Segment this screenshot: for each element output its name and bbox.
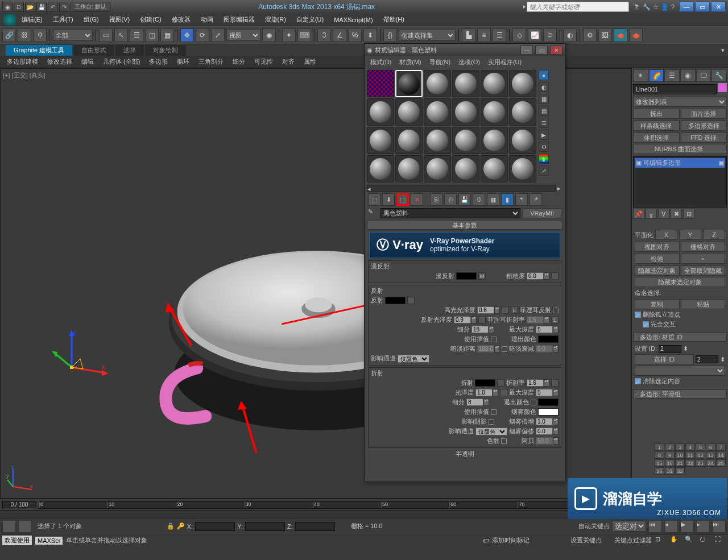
input-x[interactable] (195, 522, 235, 531)
sample-slot[interactable] (452, 127, 479, 154)
redo-icon[interactable]: ↷ (59, 2, 69, 12)
unique-icon[interactable]: ∀ (658, 209, 669, 219)
stack-item-editpoly[interactable]: ▣可编辑多边形▣ (635, 158, 725, 168)
make-copy-icon[interactable]: ⎘ (430, 193, 442, 206)
transform-gizmo[interactable]: z x (52, 330, 109, 387)
menu-modifiers[interactable]: 修改器 (167, 14, 195, 25)
sample-slot-selected[interactable] (395, 70, 423, 97)
fresnelior-lock[interactable]: L (551, 316, 559, 323)
maxview-icon[interactable]: ⛶ (714, 536, 726, 546)
sg-btn[interactable]: 31 (665, 467, 675, 475)
sg-btn[interactable]: 1 (655, 443, 664, 451)
sample-slot[interactable] (509, 127, 536, 154)
options-icon[interactable]: ⚙ (539, 142, 549, 152)
sample-slot[interactable] (424, 155, 451, 182)
sample-slot[interactable] (452, 70, 479, 97)
sg-btn[interactable]: 32 (675, 467, 685, 475)
btn-selid[interactable]: 选择 ID (635, 354, 694, 364)
mirror-icon[interactable]: ▙ (462, 28, 475, 42)
sample-slot[interactable] (424, 98, 451, 126)
app-menu-icon[interactable]: ◉ (2, 2, 13, 12)
select-region-icon[interactable]: ◫ (145, 28, 159, 42)
percent-snap-icon[interactable]: % (348, 28, 362, 42)
lock-icon[interactable]: 🔒 (167, 522, 175, 530)
sample-slot[interactable] (452, 98, 479, 126)
roughness-map-button[interactable] (551, 272, 559, 280)
select-icon[interactable]: ▭ (99, 28, 113, 42)
sample-slot[interactable] (509, 70, 536, 97)
sg-btn[interactable]: 14 (716, 451, 726, 459)
pick-material-icon[interactable]: ✎ (368, 208, 378, 218)
spinner-icon[interactable]: ▴▾ (489, 326, 494, 333)
sg-btn[interactable]: 21 (675, 459, 685, 467)
reference-coord[interactable]: 视图 (226, 30, 260, 41)
sample-slot[interactable] (481, 127, 508, 154)
spinner-icon[interactable]: ▴▾ (553, 437, 559, 445)
ribbon-modifysel[interactable]: 修改选择 (44, 56, 76, 67)
sel-refr-affect[interactable]: 仅颜色 (475, 428, 507, 435)
pin-stack-icon[interactable]: 📌 (633, 209, 644, 219)
sample-slot[interactable] (481, 70, 508, 97)
sg-btn[interactable]: 16 (665, 459, 675, 467)
reflgloss-map[interactable] (478, 316, 486, 323)
sg-btn[interactable]: 10 (675, 451, 685, 459)
manipulate-icon[interactable]: ✦ (282, 28, 296, 42)
input-hlgloss[interactable] (477, 306, 494, 314)
minimize-button[interactable]: — (679, 2, 694, 12)
sg-btn[interactable]: 24 (706, 459, 715, 467)
sample-slot[interactable] (424, 127, 451, 154)
input-fogmult[interactable] (536, 418, 553, 425)
key-icon[interactable]: 🔑 (177, 522, 185, 530)
utilities-tab-icon[interactable]: 🔧 (712, 69, 727, 82)
configure-icon[interactable]: ⊞ (683, 209, 694, 219)
signin-icon[interactable]: 👤 (661, 3, 669, 11)
spinner-icon[interactable]: ▴▾ (494, 345, 500, 352)
sg-btn[interactable]: 5 (696, 443, 705, 451)
create-tab-icon[interactable]: ✶ (633, 69, 648, 82)
sample-slot[interactable] (424, 70, 451, 97)
spinner-icon[interactable]: ▴▾ (471, 316, 477, 323)
scale-icon[interactable]: ⤢ (211, 28, 225, 42)
layers-icon[interactable]: ☰ (493, 28, 506, 42)
help-search-input[interactable] (527, 2, 629, 12)
btn-ffdsel[interactable]: FFD 选择 (681, 132, 727, 143)
input-setid[interactable] (659, 345, 681, 353)
addtime-label[interactable]: 添加时间标记 (492, 536, 530, 545)
menu-customize[interactable]: 自定义(U) (292, 14, 328, 25)
material-type-button[interactable]: VRayMtl (523, 208, 561, 218)
spinner-icon[interactable]: ▴▾ (544, 316, 549, 323)
input-ior[interactable] (527, 379, 544, 387)
chk-refr-interp[interactable] (491, 409, 497, 415)
show-in-vp-icon[interactable]: ▦ (487, 193, 499, 206)
spinner-icon[interactable]: ▴▾ (544, 272, 549, 280)
input-refr-subdiv[interactable] (466, 399, 483, 406)
dialog-titlebar[interactable]: ◉ 材质编辑器 - 黑色塑料 — ▭ ✕ (365, 44, 565, 56)
named-selection-set[interactable]: 创建选择集 (399, 30, 456, 41)
menu-animation[interactable]: 动画 (196, 14, 218, 25)
btn-hidesel[interactable]: 隐藏选定对象 (635, 266, 680, 276)
chk-dispersion[interactable] (501, 438, 507, 444)
sample-slot[interactable] (481, 155, 508, 182)
sample-slot[interactable] (395, 127, 423, 154)
input-z[interactable] (295, 522, 335, 531)
goto-end-icon[interactable]: ⏭ (712, 520, 726, 533)
time-tag-icon[interactable]: 🏷 (482, 537, 489, 544)
remove-mod-icon[interactable]: ✖ (671, 209, 682, 219)
diffuse-swatch[interactable] (456, 272, 477, 280)
angle-snap-icon[interactable]: ∠ (333, 28, 346, 42)
render-frame-icon[interactable]: 🖼 (598, 28, 612, 42)
star-icon[interactable]: ☆ (653, 3, 659, 11)
sg-btn[interactable]: 22 (685, 459, 695, 467)
sg-btn[interactable]: 3 (675, 443, 685, 451)
btn-relax[interactable]: 松弛 (635, 254, 680, 264)
sample-scroll-right[interactable]: ▸ (556, 185, 562, 192)
hlgloss-map[interactable] (502, 306, 509, 314)
btn-planar-y[interactable]: Y (679, 230, 701, 240)
refr-exitcolor-swatch[interactable] (538, 399, 559, 406)
close-button[interactable]: ✕ (711, 2, 726, 12)
workspace-label[interactable]: 工作台: 默认 (71, 2, 110, 12)
matid-channel-icon[interactable]: 0 (473, 193, 485, 206)
input-y[interactable] (245, 522, 285, 531)
dlg-menu-options[interactable]: 选项(O) (455, 57, 483, 67)
input-refr-gloss[interactable] (475, 389, 493, 396)
